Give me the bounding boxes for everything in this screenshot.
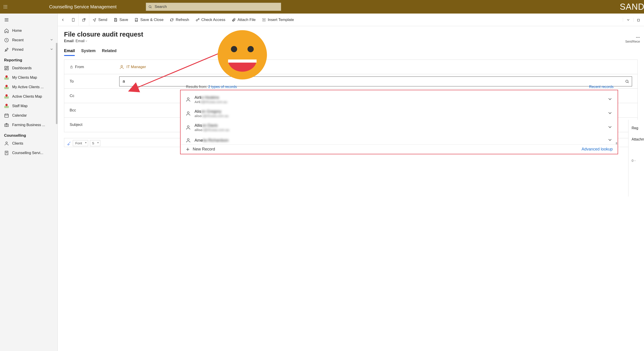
- svg-line-40: [628, 82, 629, 83]
- svg-rect-31: [115, 18, 116, 19]
- new-record-button[interactable]: New Record: [186, 147, 215, 152]
- svg-point-44: [187, 139, 189, 140]
- nav-my-clients-map[interactable]: My Clients Map: [0, 73, 58, 82]
- chevron-down-icon[interactable]: [607, 137, 613, 143]
- app-launcher-button[interactable]: [0, 0, 11, 14]
- nav-counselling-services[interactable]: Counselling Servi...: [0, 148, 58, 158]
- font-size-select[interactable]: S: [90, 140, 100, 146]
- save-close-button[interactable]: Save & Close: [131, 14, 166, 26]
- nav-clients[interactable]: Clients: [0, 139, 58, 148]
- svg-point-7: [5, 8, 6, 9]
- nav-group-counselling: Counselling: [0, 130, 58, 139]
- paperclip-icon: [232, 18, 236, 22]
- recent-records-link[interactable]: Recent records: [589, 85, 614, 89]
- brush-icon[interactable]: [67, 141, 71, 145]
- open-record-button[interactable]: [68, 14, 79, 26]
- nav-active-clients-map[interactable]: Active Clients Map: [0, 92, 58, 101]
- chevron-down-icon[interactable]: [607, 96, 613, 103]
- person-icon: [4, 141, 9, 146]
- nav-label: Staff Map: [12, 104, 28, 108]
- pin-icon: [4, 47, 9, 52]
- save-icon: [114, 18, 118, 22]
- svg-rect-33: [136, 20, 137, 21]
- nav-staff-map[interactable]: Staff Map: [0, 101, 58, 111]
- svg-point-49: [248, 46, 254, 52]
- tab-related[interactable]: Related: [102, 47, 116, 56]
- save-close-icon: [134, 18, 138, 22]
- share-button[interactable]: [634, 18, 644, 22]
- send-button[interactable]: Send: [89, 14, 110, 26]
- map-pin-icon: [4, 75, 9, 80]
- attach-file-button[interactable]: Attach File: [228, 14, 259, 26]
- hamburger-icon: [4, 17, 9, 22]
- svg-point-42: [187, 112, 189, 114]
- nav-my-active-clients[interactable]: My Active Clients ...: [0, 82, 58, 92]
- nav-label: My Active Clients ...: [12, 85, 44, 89]
- nav-collapse-button[interactable]: [0, 14, 58, 26]
- svg-point-4: [5, 7, 6, 7]
- chevron-down-icon[interactable]: [607, 110, 613, 117]
- page-title: File closure audit request: [64, 31, 638, 38]
- document-icon: [71, 18, 75, 22]
- chevron-down-icon[interactable]: [85, 40, 88, 43]
- nav-label: Dashboards: [12, 66, 32, 70]
- overflow-menu-button[interactable]: [623, 18, 634, 22]
- smiley-annotation: [216, 29, 268, 81]
- chevron-down-icon[interactable]: [607, 124, 613, 131]
- nav-pinned[interactable]: Pinned: [0, 45, 58, 54]
- lookup-result-item[interactable]: Airlie HoskinsAirlie@rfcswa.com.au: [180, 93, 618, 107]
- chevron-down-icon: [50, 38, 54, 43]
- back-button[interactable]: [58, 14, 68, 26]
- camera-icon: [4, 123, 9, 127]
- right-side-panel: Reg Attachm 0 -: [628, 120, 644, 196]
- clock-icon: [4, 38, 9, 43]
- header-status: --- Sent/Rece: [625, 35, 640, 43]
- key-icon: [196, 18, 200, 22]
- font-family-select[interactable]: Font: [73, 140, 88, 146]
- lookup-result-item[interactable]: Amelia Richardson: [180, 134, 618, 144]
- command-bar: Send Save Save & Close Refresh Check Acc…: [58, 14, 644, 26]
- dropdown-scrollbar[interactable]: [616, 142, 617, 144]
- nav-recent[interactable]: Recent: [0, 36, 58, 45]
- tab-system[interactable]: System: [81, 47, 96, 56]
- global-search[interactable]: [146, 3, 281, 11]
- insert-template-button[interactable]: Insert Template: [259, 14, 297, 26]
- plus-icon: [186, 147, 190, 152]
- nav-home[interactable]: Home: [0, 26, 58, 36]
- nav-label: Counselling Servi...: [12, 151, 43, 155]
- record-types-link[interactable]: 2 types of records: [208, 85, 237, 89]
- record-breadcrumb: Email · Email: [64, 39, 638, 43]
- svg-point-43: [187, 126, 189, 127]
- nav-label: Active Clients Map: [12, 95, 42, 99]
- nav-label: Clients: [12, 141, 23, 146]
- global-search-input[interactable]: [154, 4, 278, 9]
- refresh-icon: [170, 18, 174, 22]
- advanced-lookup-link[interactable]: Advanced lookup: [582, 147, 613, 152]
- svg-rect-18: [5, 69, 6, 70]
- chevron-down-icon: [626, 18, 630, 22]
- calendar-icon: [4, 113, 9, 118]
- rpanel-reg: Reg: [632, 123, 644, 134]
- check-access-button[interactable]: Check Access: [192, 14, 228, 26]
- sidebar-scrollbar[interactable]: [56, 43, 58, 124]
- svg-point-24: [6, 124, 7, 126]
- svg-rect-36: [638, 19, 640, 21]
- search-icon[interactable]: [625, 79, 629, 84]
- lookup-results-list: Airlie HoskinsAirlie@rfcswa.com.au Aliso…: [180, 93, 618, 144]
- nav-calendar[interactable]: Calendar: [0, 111, 58, 120]
- nav-dashboards[interactable]: Dashboards: [0, 63, 58, 73]
- nav-farming-business[interactable]: Farming Business ...: [0, 120, 58, 130]
- lookup-result-item[interactable]: Allison Davisallison@rfcswa.com.au: [180, 120, 618, 134]
- save-button[interactable]: Save: [110, 14, 132, 26]
- svg-point-2: [6, 5, 7, 6]
- tab-email[interactable]: Email: [64, 47, 75, 56]
- map-pin-icon: [4, 85, 9, 90]
- popout-button[interactable]: [79, 14, 89, 26]
- svg-rect-50: [228, 60, 257, 63]
- svg-point-34: [196, 20, 198, 21]
- refresh-button[interactable]: Refresh: [166, 14, 192, 26]
- document-icon: [4, 150, 9, 155]
- lookup-result-item[interactable]: Alison Gregoryalison@rfcswa.com.au: [180, 107, 618, 120]
- svg-point-48: [231, 46, 237, 52]
- svg-point-1: [5, 5, 6, 6]
